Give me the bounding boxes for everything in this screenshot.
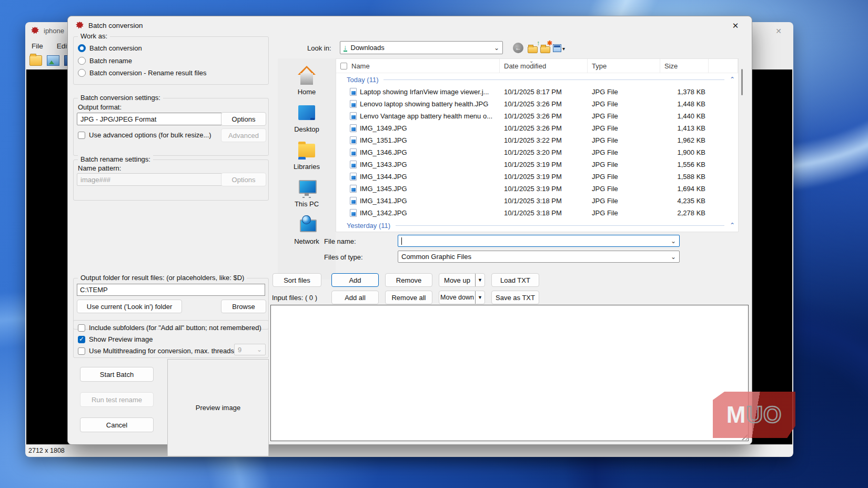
- file-row[interactable]: IMG_1345.JPG 10/1/2025 3:19 PM JPG File …: [336, 183, 738, 195]
- remove-all-button[interactable]: Remove all: [385, 291, 432, 304]
- bg-close-button[interactable]: ✕: [771, 25, 786, 37]
- places-item-desktop[interactable]: Desktop: [278, 103, 336, 133]
- collapse-group-icon[interactable]: ⌃: [730, 222, 735, 229]
- file-name-input[interactable]: ⌄: [398, 235, 680, 247]
- checkbox-icon[interactable]: [78, 132, 85, 139]
- input-files-listbox[interactable]: [270, 305, 749, 441]
- folder-glyph: [528, 46, 538, 53]
- checkbox-icon[interactable]: [78, 324, 85, 332]
- file-row[interactable]: Lenvo Vantage app battery health menu o.…: [336, 110, 738, 122]
- look-in-select[interactable]: ↓ Downloads ⌄: [340, 41, 503, 54]
- file-list-scrollbar[interactable]: [740, 59, 745, 231]
- view-menu-chevron-icon[interactable]: ▾: [562, 46, 565, 52]
- places-item-home[interactable]: Home: [278, 66, 336, 96]
- load-txt-button[interactable]: Load TXT: [491, 273, 539, 287]
- file-row[interactable]: IMG_1342.JPG 10/1/2025 3:18 PM JPG File …: [336, 207, 738, 219]
- menu-file[interactable]: File: [32, 42, 43, 50]
- radio-batch-conversion-rename[interactable]: Batch conversion - Rename result files: [78, 69, 207, 77]
- places-item-libraries[interactable]: Libraries: [278, 141, 336, 171]
- use-current-folder-button[interactable]: Use current ('Look in') folder: [77, 300, 182, 313]
- column-type[interactable]: Type: [588, 59, 660, 73]
- file-size-cell: 4,235 KB: [660, 197, 709, 205]
- show-preview-checkbox[interactable]: Show Preview image: [78, 335, 153, 343]
- collapse-group-icon[interactable]: ⌃: [730, 76, 735, 83]
- browse-button[interactable]: Browse: [221, 300, 266, 313]
- move-up-button[interactable]: Move up ▼: [439, 273, 485, 287]
- group-header-yesterday[interactable]: Yesterday (11) ⌃: [336, 219, 738, 232]
- rename-options-button[interactable]: Options: [221, 173, 266, 186]
- file-row[interactable]: IMG_1349.JPG 10/1/2025 3:26 PM JPG File …: [336, 122, 738, 134]
- radio-batch-conversion[interactable]: Batch conversion: [78, 44, 142, 52]
- conversion-settings-legend: Batch conversion settings:: [78, 94, 163, 102]
- advanced-options-checkbox[interactable]: Use advanced options (for bulk resize...…: [78, 131, 211, 139]
- add-button[interactable]: Add: [331, 273, 379, 287]
- radio-batch-rename[interactable]: Batch rename: [78, 57, 132, 65]
- cancel-button[interactable]: Cancel: [80, 417, 154, 432]
- radio-icon[interactable]: [78, 69, 86, 77]
- dialog-close-button[interactable]: ✕: [728, 20, 743, 32]
- button-label[interactable]: Move down: [439, 291, 475, 304]
- button-label: Start Batch: [100, 371, 134, 379]
- remove-button[interactable]: Remove: [385, 273, 432, 287]
- file-date-cell: 10/1/2025 3:18 PM: [500, 209, 588, 217]
- image-icon[interactable]: [47, 55, 59, 66]
- rename-settings-group: Batch rename settings: Name pattern: ima…: [73, 160, 269, 201]
- move-up-dropdown-icon[interactable]: ▼: [475, 274, 485, 286]
- jpg-file-icon: [350, 185, 357, 193]
- dialog-titlebar[interactable]: Batch conversion: [68, 16, 752, 34]
- file-row[interactable]: IMG_1343.JPG 10/1/2025 3:19 PM JPG File …: [336, 158, 738, 171]
- places-item-this-pc[interactable]: This PC: [278, 178, 336, 208]
- file-type-cell: JPG File: [588, 209, 660, 217]
- select-all-checkbox[interactable]: [340, 63, 347, 69]
- file-row[interactable]: IMG_1346.JPG 10/1/2025 3:20 PM JPG File …: [336, 146, 738, 158]
- start-batch-button[interactable]: Start Batch: [80, 367, 154, 382]
- name-pattern-select[interactable]: image### ⌄: [77, 173, 236, 186]
- column-size[interactable]: Size: [660, 59, 709, 73]
- jpg-file-icon: [350, 112, 357, 120]
- include-subfolders-checkbox[interactable]: Include subfolders (for "Add all" button…: [78, 324, 261, 332]
- move-down-button[interactable]: Move down ▼: [439, 291, 485, 304]
- checkbox-checked-icon[interactable]: [78, 336, 85, 343]
- group-header-today[interactable]: Today (11) ⌃: [336, 73, 738, 86]
- file-row[interactable]: IMG_1341.JPG 10/1/2025 3:18 PM JPG File …: [336, 195, 738, 207]
- save-as-txt-button[interactable]: Save as TXT: [491, 291, 539, 304]
- files-of-type-select[interactable]: Common Graphic Files ⌄: [398, 251, 680, 263]
- output-format-select[interactable]: JPG - JPG/JPEG Format ⌄: [77, 113, 236, 125]
- file-date-cell: 10/1/2025 3:22 PM: [500, 136, 588, 144]
- view-menu-icon[interactable]: [553, 44, 561, 52]
- group-divider: [383, 79, 724, 80]
- file-name-label: File name:: [324, 237, 356, 245]
- column-name[interactable]: Name: [336, 59, 500, 73]
- advanced-button[interactable]: Advanced: [221, 128, 266, 142]
- file-type-cell: JPG File: [588, 112, 660, 120]
- format-options-button[interactable]: Options: [221, 112, 266, 126]
- file-name-cell: IMG_1343.JPG: [336, 161, 500, 168]
- run-test-rename-button[interactable]: Run test rename: [80, 392, 154, 407]
- new-folder-icon[interactable]: ✱: [540, 43, 551, 53]
- threads-select[interactable]: 9 ⌄: [234, 344, 266, 355]
- file-row[interactable]: Laptop showing IrfanView image viewer.j.…: [336, 86, 738, 98]
- open-folder-icon[interactable]: [29, 55, 42, 66]
- file-date-cell: 10/1/2025 3:19 PM: [500, 161, 588, 168]
- button-label[interactable]: Move up: [439, 274, 475, 286]
- scrollbar-thumb[interactable]: [741, 69, 743, 95]
- radio-icon[interactable]: [78, 57, 86, 65]
- file-row[interactable]: IMG_1344.JPG 10/1/2025 3:19 PM JPG File …: [336, 171, 738, 183]
- file-row[interactable]: IMG_1351.JPG 10/1/2025 3:22 PM JPG File …: [336, 134, 738, 146]
- sort-files-button[interactable]: Sort files: [272, 273, 321, 287]
- checkbox-label: Use Multithreading for conversion, max. …: [89, 347, 236, 355]
- back-icon[interactable]: ←: [513, 43, 523, 53]
- output-folder-input[interactable]: C:\TEMP: [77, 284, 265, 296]
- file-list[interactable]: Name Date modified ⌄ Type Size Today (11…: [336, 58, 739, 232]
- up-folder-icon[interactable]: ↑: [528, 43, 538, 53]
- radio-selected-icon[interactable]: [78, 44, 86, 52]
- add-all-button[interactable]: Add all: [331, 291, 379, 304]
- column-date-modified[interactable]: Date modified ⌄: [500, 59, 588, 73]
- multithreading-checkbox[interactable]: Use Multithreading for conversion, max. …: [78, 347, 236, 355]
- file-row[interactable]: Lenovo laptop showing battery health.JPG…: [336, 98, 738, 110]
- letter-m: M: [726, 402, 746, 427]
- place-label: This PC: [295, 200, 319, 208]
- move-down-dropdown-icon[interactable]: ▼: [475, 291, 485, 304]
- place-icon: [297, 178, 317, 198]
- checkbox-icon[interactable]: [78, 347, 85, 355]
